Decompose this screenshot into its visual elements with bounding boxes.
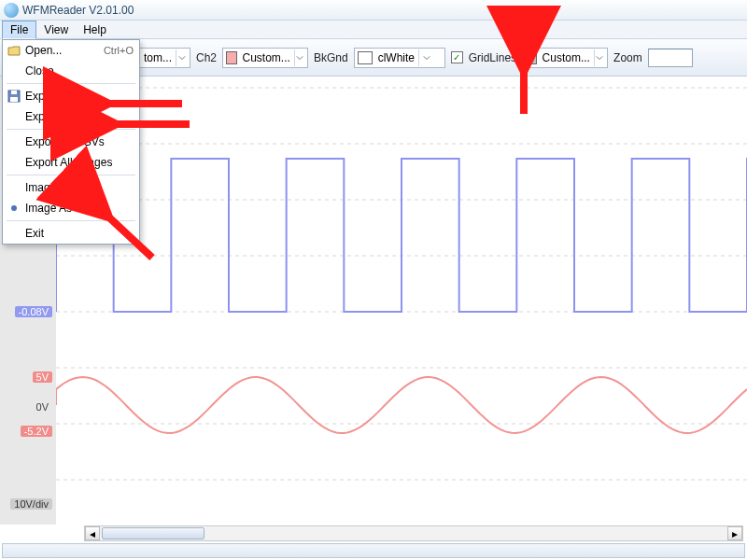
menu-export-all-images[interactable]: Export All Images: [3, 152, 139, 173]
annotation-arrow: [510, 67, 538, 122]
ch1-color-combo[interactable]: tom...: [136, 48, 190, 68]
horizontal-scrollbar[interactable]: ◂ ▸: [84, 525, 743, 541]
menu-open-label: Open...: [25, 44, 62, 57]
scroll-left-arrow[interactable]: ◂: [85, 526, 100, 540]
ch2-color-combo[interactable]: Custom...: [222, 48, 308, 68]
marker-zero: 0V: [33, 401, 52, 413]
menu-image-as-jpg[interactable]: Image As JPG: [3, 177, 139, 198]
chevron-down-icon: [294, 49, 304, 66]
annotation-arrow: [110, 112, 194, 139]
title-bar: WFMReader V2.01.00: [0, 0, 747, 21]
grid-swatch: [526, 51, 536, 64]
chevron-down-icon: [594, 49, 604, 66]
annotation-arrow: [101, 209, 166, 268]
menu-close[interactable]: Close: [3, 61, 139, 81]
gridlines-label: GridLines: [469, 51, 516, 64]
bkgnd-combo[interactable]: clWhite: [354, 48, 445, 68]
menu-separator: [7, 83, 135, 84]
bullet-icon: [7, 201, 21, 216]
marker-ch2-bottom: -5.2V: [21, 426, 52, 437]
ch2-color-value: Custom...: [239, 51, 294, 64]
marker-ch2-top: 5V: [33, 371, 52, 383]
folder-open-icon: [7, 43, 21, 58]
menu-export-image-label: Export Image: [25, 110, 92, 123]
app-icon: [4, 3, 19, 18]
y-scale-label: 10V/div: [10, 498, 52, 510]
ch2-label: Ch2: [196, 51, 217, 64]
svg-line-14: [110, 218, 152, 258]
menu-view[interactable]: View: [36, 21, 76, 38]
menu-separator: [7, 175, 135, 175]
scroll-thumb[interactable]: [102, 527, 204, 539]
svg-point-3: [11, 205, 17, 211]
menu-export-all-images-label: Export All Images: [25, 156, 112, 169]
menu-close-label: Close: [25, 64, 54, 77]
menu-export-all-csvs-label: Export All CSVs: [25, 135, 105, 148]
menu-export-csv-label: Export CSV: [25, 90, 84, 103]
menu-exit-label: Exit: [25, 227, 44, 240]
menu-image-as-png-label: Image As PNG: [25, 202, 99, 215]
gridlines-checkbox[interactable]: [451, 51, 463, 63]
bkgnd-label: BkGnd: [314, 51, 348, 64]
menu-open-shortcut: Ctrl+O: [104, 45, 134, 56]
scroll-track[interactable]: [100, 526, 727, 540]
menu-open[interactable]: Open... Ctrl+O: [3, 40, 139, 61]
chevron-down-icon: [176, 49, 187, 66]
menu-help[interactable]: Help: [76, 21, 114, 38]
window-title: WFMReader V2.01.00: [22, 4, 134, 17]
bkgnd-swatch: [358, 51, 373, 64]
save-icon: [7, 89, 21, 104]
zoom-input[interactable]: [648, 49, 693, 67]
grid-color-value: Custom...: [539, 51, 594, 64]
menu-file[interactable]: File: [2, 21, 36, 39]
svg-rect-2: [11, 91, 17, 94]
ch2-swatch: [226, 51, 236, 64]
ch1-color-label: tom...: [140, 51, 176, 64]
status-bar: [2, 543, 745, 558]
chevron-down-icon: [418, 49, 433, 66]
svg-rect-1: [10, 97, 18, 102]
menu-image-as-jpg-label: Image As JPG: [25, 181, 97, 194]
waveform-canvas[interactable]: [56, 77, 747, 525]
menu-bar: File View Help: [0, 21, 747, 39]
bkgnd-value: clWhite: [374, 51, 418, 64]
zoom-label: Zoom: [613, 51, 642, 64]
grid-color-combo[interactable]: Custom...: [522, 48, 608, 68]
scroll-right-arrow[interactable]: ▸: [727, 526, 742, 540]
marker-ch1-offset: -0.08V: [15, 306, 52, 317]
